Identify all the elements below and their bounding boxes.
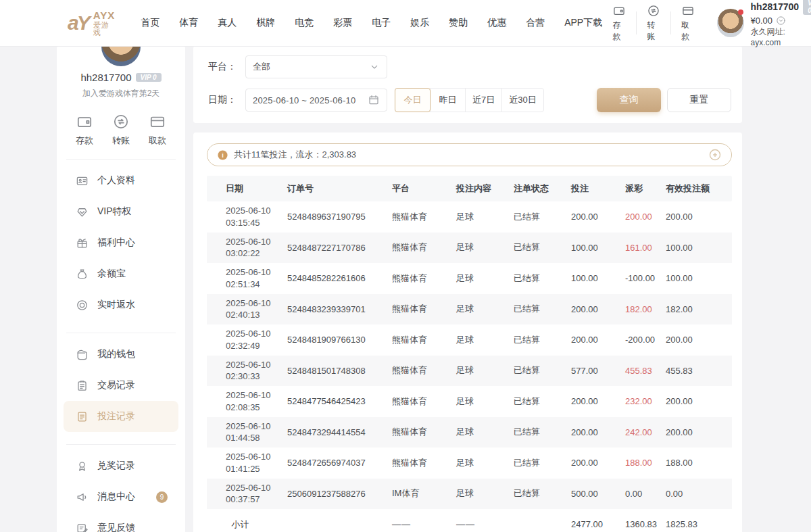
header-action-2[interactable]: 取款 <box>671 4 705 43</box>
sidebar: hh2817700 VIP 0 加入爱游戏体育第2天 存款转账取款 个人资料 V… <box>57 46 185 532</box>
cell-valid: 200.00 <box>666 427 732 437</box>
header-action-label: 转账 <box>647 20 660 43</box>
platform-select[interactable]: 全部 <box>245 55 387 78</box>
logo-monogram-icon: aY <box>68 11 89 34</box>
date-label: 日期： <box>208 94 245 106</box>
range-button-2[interactable]: 近7日 <box>465 88 502 112</box>
cell-valid: 455.83 <box>666 366 732 376</box>
nav-item-7[interactable]: 娱乐 <box>410 17 429 29</box>
cell-order: 5248487227170786 <box>287 243 392 253</box>
nav-item-3[interactable]: 棋牌 <box>256 17 275 29</box>
cell-bet: 200.00 <box>571 335 625 345</box>
table-row[interactable]: 2025-06-1000:37:57 2506091237588276 IM体育… <box>207 479 732 510</box>
table-row[interactable]: 2025-06-1002:32:49 5248481909766130 熊猫体育… <box>207 324 732 356</box>
nav-item-2[interactable]: 真人 <box>218 17 237 29</box>
date-range-input[interactable]: 2025-06-10 ~ 2025-06-10 <box>245 89 387 112</box>
cell-platform: 熊猫体育 <box>392 272 456 285</box>
avatar[interactable] <box>717 9 743 37</box>
sidebar-action-0[interactable]: 存款 <box>76 113 93 147</box>
cell-platform: 熊猫体育 <box>392 334 456 346</box>
sidebar-item-label: 余额宝 <box>97 268 126 280</box>
sidebar-item-clipboard[interactable]: 交易记录 <box>64 370 178 401</box>
top-header: aY AYX 爱游戏 首页体育真人棋牌电竞彩票电子娱乐赞助优惠合营APP下载 存… <box>0 0 811 46</box>
sidebar-item-mywallet[interactable]: 我的钱包 <box>64 339 178 370</box>
nav-item-8[interactable]: 赞助 <box>449 17 468 29</box>
sidebar-action-label: 取款 <box>149 135 166 147</box>
expand-plus-icon[interactable] <box>708 148 722 162</box>
sidebar-item-vip[interactable]: VIP特权 <box>64 196 178 227</box>
message-count-badge: 9 <box>156 491 168 503</box>
table-row[interactable]: 2025-06-1002:40:13 5248483239339701 熊猫体育… <box>207 294 732 325</box>
cell-payout: 200.00 <box>625 212 666 222</box>
header-action-0[interactable]: 存款 <box>602 4 636 43</box>
query-button[interactable]: 查询 <box>597 88 661 112</box>
table-row[interactable]: 2025-06-1002:08:35 5248477546425423 熊猫体育… <box>207 386 732 417</box>
table-row[interactable]: 2025-06-1003:02:22 5248487227170786 熊猫体育… <box>207 233 732 264</box>
nav-item-0[interactable]: 首页 <box>141 17 159 29</box>
logo-subname: 爱游戏 <box>93 22 115 37</box>
sidebar-item-label: 实时返水 <box>97 299 135 311</box>
nav-item-5[interactable]: 彩票 <box>333 17 352 29</box>
medal-icon <box>76 460 89 473</box>
col-header-7: 有效投注额 <box>666 183 732 195</box>
sidebar-action-2[interactable]: 取款 <box>149 113 166 147</box>
cell-content: 足球 <box>456 334 514 346</box>
cell-content: 足球 <box>456 364 514 377</box>
nav-item-4[interactable]: 电竞 <box>295 17 314 29</box>
cell-bet: 100.00 <box>571 243 625 253</box>
cell-content: 足球 <box>456 426 514 438</box>
header-action-label: 存款 <box>612 20 626 43</box>
cell-status: 已结算 <box>514 211 571 223</box>
cell-valid: 100.00 <box>666 273 732 283</box>
sidebar-item-idcard[interactable]: 个人资料 <box>64 165 178 196</box>
sidebar-item-betdoc[interactable]: 投注记录 <box>64 401 178 432</box>
reset-button[interactable]: 重置 <box>667 88 731 112</box>
cell-status: 已结算 <box>514 303 571 315</box>
cell-bet: 200.00 <box>571 458 625 468</box>
idcard-icon <box>76 174 89 187</box>
cell-status: 已结算 <box>514 334 571 346</box>
feedback-icon <box>76 522 89 532</box>
sidebar-action-1[interactable]: 转账 <box>112 113 130 147</box>
cell-date: 2025-06-1000:37:57 <box>207 482 287 506</box>
nav-item-6[interactable]: 电子 <box>372 17 391 29</box>
cell-platform: 熊猫体育 <box>392 211 456 223</box>
cell-platform: 熊猫体育 <box>392 241 456 253</box>
cell-content: 足球 <box>456 211 514 223</box>
table-row[interactable]: 2025-06-1002:30:33 5248481501748308 熊猫体育… <box>207 356 732 387</box>
cell-date: 2025-06-1002:30:33 <box>207 359 287 383</box>
header-action-1[interactable]: 转账 <box>637 4 670 43</box>
range-button-3[interactable]: 近30日 <box>501 88 543 112</box>
sidebar-item-megaphone[interactable]: 消息中心 9 <box>64 481 178 512</box>
sidebar-item-feedback[interactable]: 意见反馈 <box>64 512 178 532</box>
sidebar-action-label: 存款 <box>76 135 93 147</box>
cell-platform: 熊猫体育 <box>392 395 456 408</box>
table-row[interactable]: 2025-06-1002:51:34 5248485282261606 熊猫体育… <box>207 263 732 294</box>
notification-dot <box>738 9 743 15</box>
cell-payout: 0.00 <box>625 489 666 499</box>
cell-order: 5248481909766130 <box>287 335 392 345</box>
sidebar-item-gift[interactable]: 福利中心 <box>64 227 178 258</box>
col-header-5: 投注 <box>571 183 625 195</box>
nav-item-1[interactable]: 体育 <box>179 17 198 29</box>
nav-item-11[interactable]: APP下载 <box>564 17 602 29</box>
table-row[interactable]: 2025-06-1003:15:45 5248489637190795 熊猫体育… <box>207 201 732 233</box>
sidebar-item-moneybag[interactable]: 余额宝 <box>64 258 178 289</box>
table-row[interactable]: 2025-06-1001:44:58 5248473294414554 熊猫体育… <box>207 417 732 448</box>
range-button-1[interactable]: 昨日 <box>430 88 466 112</box>
balance-refresh-icon[interactable] <box>776 16 786 26</box>
nav-item-10[interactable]: 合营 <box>526 17 545 29</box>
nav-item-9[interactable]: 优惠 <box>487 17 506 29</box>
table-row[interactable]: 2025-06-1001:41:25 5248472656974037 熊猫体育… <box>207 448 732 479</box>
platform-selected-value: 全部 <box>253 61 270 73</box>
cell-status: 已结算 <box>514 241 571 253</box>
cell-order: 5248489637190795 <box>287 212 392 222</box>
brand-logo[interactable]: aY AYX 爱游戏 <box>68 10 115 37</box>
sidebar-item-rebate[interactable]: 实时返水 <box>64 289 178 320</box>
balance-value: ¥0.00 <box>751 16 773 26</box>
sidebar-quick-actions: 存款转账取款 <box>57 113 185 147</box>
sidebar-item-medal[interactable]: 兑奖记录 <box>64 450 178 481</box>
user-info[interactable]: hh2817700 VIP 0 ¥0.00 永久网址: ayx.com <box>717 0 811 47</box>
cell-status: 已结算 <box>514 364 571 377</box>
range-button-0[interactable]: 今日 <box>395 88 431 112</box>
